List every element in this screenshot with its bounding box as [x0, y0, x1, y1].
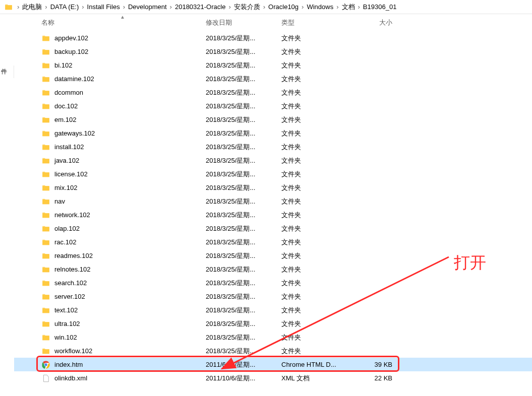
file-row[interactable]: index.htm2011/6/23/星期...Chrome HTML D...…	[14, 358, 532, 371]
file-name: server.102	[54, 293, 85, 300]
chevron-right-icon[interactable]: ›	[262, 3, 266, 11]
chevron-right-icon[interactable]: ›	[122, 3, 126, 11]
file-type: 文件夹	[281, 102, 358, 111]
file-row[interactable]: license.1022018/3/25/星期...文件夹	[14, 167, 532, 181]
chevron-right-icon[interactable]: ›	[169, 3, 173, 11]
chevron-right-icon[interactable]: ›	[44, 3, 48, 11]
file-row[interactable]: text.1022018/3/25/星期...文件夹	[14, 303, 532, 317]
chevron-right-icon[interactable]: ›	[335, 3, 339, 11]
file-date: 2018/3/25/星期...	[206, 265, 281, 274]
file-name-cell: text.102	[41, 306, 206, 315]
breadcrumb-item[interactable]: 文档	[340, 2, 357, 13]
file-row[interactable]: gateways.1022018/3/25/星期...文件夹	[14, 126, 532, 140]
breadcrumb-item[interactable]: B19306_01	[361, 2, 399, 12]
file-date: 2018/3/25/星期...	[206, 292, 281, 301]
file-date: 2011/6/23/星期...	[206, 360, 281, 369]
file-row[interactable]: olinkdb.xml2011/10/6/星期...XML 文档22 KB	[14, 371, 532, 385]
file-type: 文件夹	[281, 319, 358, 328]
file-name: text.102	[54, 306, 78, 314]
breadcrumb-item[interactable]: Development	[126, 2, 169, 12]
column-header-type[interactable]: 类型	[281, 15, 358, 30]
file-row[interactable]: bi.1022018/3/25/星期...文件夹	[14, 58, 532, 72]
folder-icon	[41, 61, 50, 70]
file-row[interactable]: server.1022018/3/25/星期...文件夹	[14, 290, 532, 303]
file-type: 文件夹	[281, 251, 358, 260]
breadcrumb-item[interactable]: DATA (E:)	[48, 2, 81, 12]
column-header-size[interactable]: 大小	[358, 15, 398, 30]
file-row[interactable]: backup.1022018/3/25/星期...文件夹	[14, 45, 532, 58]
folder-icon	[41, 129, 50, 138]
file-name-cell: search.102	[41, 279, 206, 288]
file-row[interactable]: doc.1022018/3/25/星期...文件夹	[14, 99, 532, 113]
file-date: 2018/3/25/星期...	[206, 333, 281, 342]
file-date: 2018/3/25/星期...	[206, 319, 281, 328]
file-date: 2018/3/25/星期...	[206, 34, 281, 43]
file-date: 2018/3/25/星期...	[206, 115, 281, 124]
breadcrumb-item[interactable]: 安装介质	[232, 2, 262, 13]
file-row[interactable]: appdev.1022018/3/25/星期...文件夹	[14, 31, 532, 45]
file-row[interactable]: search.1022018/3/25/星期...文件夹	[14, 276, 532, 290]
file-name: readmes.102	[54, 252, 93, 259]
folder-icon	[41, 251, 50, 260]
chevron-right-icon[interactable]: ›	[16, 3, 20, 11]
file-type: 文件夹	[281, 224, 358, 233]
file-name-cell: index.htm	[41, 360, 206, 369]
file-name: relnotes.102	[54, 266, 91, 273]
chevron-right-icon[interactable]: ›	[357, 3, 361, 11]
breadcrumb-item[interactable]: Install Files	[85, 2, 122, 12]
file-type: 文件夹	[281, 197, 358, 206]
annotation-label: 打开	[454, 252, 486, 274]
file-type: 文件夹	[281, 347, 358, 356]
breadcrumb[interactable]: ›此电脑›DATA (E:)›Install Files›Development…	[0, 0, 532, 14]
file-row[interactable]: nav2018/3/25/星期...文件夹	[14, 194, 532, 208]
breadcrumb-item[interactable]: 20180321-Oracle	[173, 2, 227, 12]
file-name: datamine.102	[54, 75, 94, 83]
chevron-right-icon[interactable]: ›	[301, 3, 305, 11]
file-name: ultra.102	[54, 320, 80, 327]
file-row[interactable]: dcommon2018/3/25/星期...文件夹	[14, 86, 532, 99]
file-row[interactable]: win.1022018/3/25/星期...文件夹	[14, 331, 532, 344]
column-header-date[interactable]: 修改日期	[206, 15, 281, 30]
file-date: 2018/3/25/星期...	[206, 143, 281, 152]
breadcrumb-item[interactable]: Windows	[305, 2, 335, 12]
folder-icon	[41, 156, 50, 165]
folder-icon	[41, 88, 50, 97]
folder-icon	[41, 333, 50, 342]
breadcrumb-item[interactable]: Oracle10g	[266, 2, 301, 12]
file-row[interactable]: rac.1022018/3/25/星期...文件夹	[14, 235, 532, 249]
file-name-cell: em.102	[41, 115, 206, 124]
file-name: win.102	[54, 334, 77, 341]
file-date: 2018/3/25/星期...	[206, 183, 281, 192]
file-size: 22 KB	[358, 374, 398, 382]
file-row[interactable]: datamine.1022018/3/25/星期...文件夹	[14, 72, 532, 86]
file-row[interactable]: ultra.1022018/3/25/星期...文件夹	[14, 317, 532, 331]
file-row[interactable]: workflow.1022018/3/25/星期...文件夹	[14, 344, 532, 358]
file-name-cell: readmes.102	[41, 251, 206, 260]
sidebar-fragment: 件	[0, 65, 14, 78]
breadcrumb-item[interactable]: 此电脑	[20, 2, 44, 13]
file-row[interactable]: em.1022018/3/25/星期...文件夹	[14, 113, 532, 126]
file-type: 文件夹	[281, 47, 358, 56]
file-row[interactable]: olap.1022018/3/25/星期...文件夹	[14, 222, 532, 235]
file-row[interactable]: java.1022018/3/25/星期...文件夹	[14, 154, 532, 167]
file-name-cell: java.102	[41, 156, 206, 165]
file-row[interactable]: install.1022018/3/25/星期...文件夹	[14, 140, 532, 154]
file-row[interactable]: mix.1022018/3/25/星期...文件夹	[14, 181, 532, 194]
file-date: 2018/3/25/星期...	[206, 156, 281, 165]
file-date: 2018/3/25/星期...	[206, 88, 281, 97]
file-name: license.102	[54, 170, 88, 178]
file-name: search.102	[54, 279, 87, 287]
sort-indicator-icon: ▲	[120, 14, 125, 20]
chevron-right-icon[interactable]: ›	[81, 3, 85, 11]
file-name-cell: appdev.102	[41, 34, 206, 43]
file-date: 2018/3/25/星期...	[206, 251, 281, 260]
folder-icon	[41, 34, 50, 43]
file-type: 文件夹	[281, 183, 358, 192]
file-date: 2011/10/6/星期...	[206, 374, 281, 383]
folder-icon	[41, 143, 50, 152]
folder-icon	[41, 197, 50, 206]
file-size: 39 KB	[358, 361, 398, 368]
file-name: doc.102	[54, 102, 78, 110]
file-row[interactable]: network.1022018/3/25/星期...文件夹	[14, 208, 532, 222]
chevron-right-icon[interactable]: ›	[227, 3, 231, 11]
